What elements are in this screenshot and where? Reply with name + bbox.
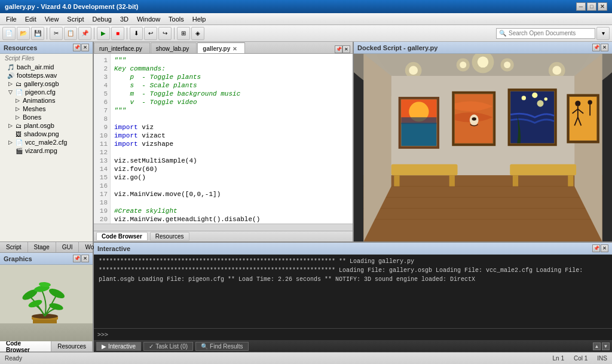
- tab-resources-btn[interactable]: Resources: [150, 232, 189, 241]
- toolbar-debug2[interactable]: ↩: [144, 27, 157, 40]
- menu-view[interactable]: View: [41, 14, 63, 24]
- toolbar-run[interactable]: ▶: [97, 27, 110, 40]
- minimize-button[interactable]: ─: [576, 2, 586, 11]
- status-position: Ln 1: [553, 355, 564, 362]
- tab-gallery[interactable]: gallery.py ✕: [197, 42, 245, 53]
- toolbar-extra[interactable]: ◈: [191, 27, 204, 40]
- panel-pin-btn[interactable]: 📌: [73, 44, 81, 51]
- tree-item-bach[interactable]: 🎵 bach_air.mid: [0, 63, 93, 71]
- toolbar-sep2: [94, 27, 94, 39]
- toolbar-debug3[interactable]: ↪: [158, 27, 172, 40]
- search-input[interactable]: [509, 30, 592, 36]
- view3d-viewport[interactable]: [354, 54, 612, 241]
- menu-file[interactable]: File: [2, 14, 20, 24]
- toolbar-open[interactable]: 📂: [17, 27, 30, 40]
- tree-item-shadow[interactable]: 🖼 shadow.png: [0, 130, 93, 138]
- close-button[interactable]: ✕: [598, 2, 607, 11]
- resources-header: Resources 📌 ✕: [0, 42, 93, 54]
- toolbar-sep3: [127, 27, 127, 39]
- resources-title: Resources: [4, 44, 37, 51]
- editor-pin-btn[interactable]: 📌: [335, 45, 342, 53]
- view3d-close-btn[interactable]: ✕: [601, 44, 608, 51]
- interactive-down-btn[interactable]: ▼: [602, 342, 610, 350]
- tree-item-label: shadow.png: [24, 130, 59, 137]
- svg-rect-32: [394, 175, 399, 186]
- toolbar-save[interactable]: 💾: [31, 27, 44, 40]
- tree-item-animations[interactable]: ▷ Animations: [0, 96, 93, 105]
- graphics-close-btn[interactable]: ✕: [81, 255, 89, 262]
- tab-stage[interactable]: Stage: [28, 242, 56, 252]
- toolbar-grid[interactable]: ⊞: [177, 27, 190, 40]
- menu-script[interactable]: Script: [63, 14, 87, 24]
- tree-item-label: Bones: [23, 114, 41, 121]
- tab-close-icon[interactable]: ✕: [232, 46, 237, 52]
- menu-debug[interactable]: Debug: [88, 14, 115, 24]
- code-panel: run_interface.py show_lab.py gallery.py …: [94, 42, 354, 241]
- interactive-input[interactable]: [111, 331, 608, 338]
- toolbar-cut[interactable]: ✂: [50, 27, 63, 40]
- tab-resources[interactable]: Resources: [51, 341, 93, 351]
- tab-find-results[interactable]: 🔍 Find Results: [195, 342, 249, 351]
- model-icon: 🗂: [16, 81, 22, 87]
- tree-item-pigeon[interactable]: ▽ 📄 pigeon.cfg: [0, 88, 93, 96]
- graphics-title: Graphics: [4, 255, 32, 262]
- search-dropdown[interactable]: ▾: [596, 27, 610, 40]
- bottom-editor-tabs: Code Browser Resources: [94, 231, 353, 241]
- toolbar-sep4: [174, 27, 175, 39]
- tree-item-meshes[interactable]: ▷ Meshes: [0, 105, 93, 113]
- svg-point-55: [575, 101, 580, 106]
- menu-3d[interactable]: 3D: [117, 14, 132, 24]
- interactive-bottom-tabs: ▶ Interactive ✓ Task List (0) 🔍 Find Res…: [94, 340, 612, 352]
- interactive-up-btn[interactable]: ▲: [593, 342, 601, 350]
- toolbar-copy[interactable]: 📋: [64, 27, 77, 40]
- interactive-nav-btns: ▲ ▼: [593, 342, 610, 350]
- panel-close-btn[interactable]: ✕: [81, 44, 89, 51]
- window-controls: ─ □ ✕: [576, 2, 607, 11]
- toolbar-stop[interactable]: ■: [111, 27, 124, 40]
- tab-script[interactable]: Script: [0, 242, 28, 252]
- toolbar-debug1[interactable]: ⬇: [130, 27, 143, 40]
- tab-run-interface[interactable]: run_interface.py: [94, 42, 150, 53]
- tab-code-browser-btn[interactable]: Code Browser: [96, 232, 148, 241]
- svg-point-49: [522, 96, 526, 100]
- graphics-pin-btn[interactable]: 📌: [73, 255, 81, 262]
- tab-label: gallery.py: [203, 45, 230, 52]
- code-textarea[interactable]: """ Key commands: p - Toggle plants s - …: [111, 54, 353, 224]
- bottom-left-tabs: Code Browser Resources: [0, 341, 93, 352]
- menu-edit[interactable]: Edit: [22, 14, 40, 24]
- cfg-icon: 📄: [16, 89, 23, 96]
- menu-window[interactable]: Window: [133, 14, 164, 24]
- interactive-header-btns: 📌 ✕: [592, 244, 608, 252]
- svg-rect-48: [510, 91, 554, 143]
- tab-code-browser[interactable]: Code Browser: [0, 341, 51, 351]
- tree-item-label: Meshes: [23, 105, 46, 112]
- tab-gui[interactable]: GUI: [56, 242, 79, 252]
- tree-item-plant[interactable]: ▷ 🗂 plant.osgb: [0, 121, 93, 130]
- tab-show-lab[interactable]: show_lab.py: [151, 42, 197, 53]
- code-scrollbar-h[interactable]: [94, 224, 353, 231]
- menu-help[interactable]: Help: [189, 14, 210, 24]
- status-mode: INS: [597, 355, 607, 362]
- tab-interactive[interactable]: ▶ Interactive: [96, 342, 141, 351]
- title-bar: gallery.py - Vizard 4.0 Development (32-…: [0, 0, 612, 13]
- menu-tools[interactable]: Tools: [165, 14, 188, 24]
- search-box[interactable]: 🔍: [496, 28, 595, 39]
- tree-item-footsteps[interactable]: 🔊 footsteps.wav: [0, 71, 93, 79]
- toolbar-paste[interactable]: 📌: [78, 27, 91, 40]
- tree-item-vizard[interactable]: 🎬 vizard.mpg: [0, 146, 93, 155]
- interactive-pin-btn[interactable]: 📌: [592, 244, 600, 252]
- toolbar-new[interactable]: 📄: [2, 27, 16, 40]
- editor-close-btn[interactable]: ✕: [342, 45, 350, 53]
- tree-item-gallery[interactable]: ▷ 🗂 gallery.osgb: [0, 79, 93, 88]
- view3d-pin-btn[interactable]: 📌: [592, 44, 600, 51]
- svg-rect-42: [401, 117, 436, 124]
- tree-item-vcc[interactable]: ▷ 📄 vcc_male2.cfg: [0, 138, 93, 146]
- tree-item-bones[interactable]: ▷ Bones: [0, 113, 93, 121]
- graphics-viewport: [0, 265, 93, 341]
- tree-item-label: plant.osgb: [24, 122, 54, 129]
- tab-task-list[interactable]: ✓ Task List (0): [143, 342, 193, 351]
- top-panels: run_interface.py show_lab.py gallery.py …: [94, 42, 612, 241]
- interactive-close-btn[interactable]: ✕: [601, 244, 608, 252]
- maximize-button[interactable]: □: [587, 2, 596, 11]
- code-editor: 1234567891011121314151617181920212223242…: [94, 54, 353, 224]
